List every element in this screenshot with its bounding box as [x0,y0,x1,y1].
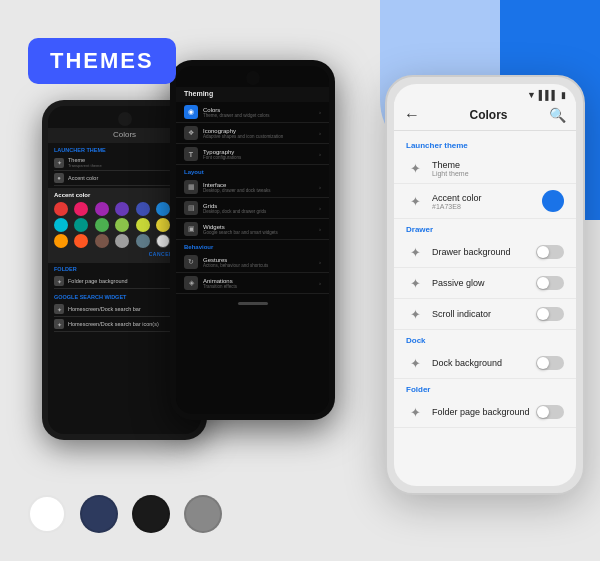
layout-label: Layout [176,165,329,177]
typography-chevron: › [319,151,321,157]
search-bar-icon: ✦ [54,304,64,314]
launcher-theme-section-label: Launcher theme [394,135,576,153]
folder-icon: ✦ [54,276,64,286]
mid-header: Theming [176,87,329,102]
phone-mid-screen: Theming ◉ Colors Theme, drawer and widge… [176,66,329,414]
accent-icon: ● [54,173,64,183]
right-scroll-content: Scroll indicator [432,309,536,319]
right-theme-content: Theme Light theme [432,160,564,177]
grids-chevron: › [319,205,321,211]
color-swatches [28,495,222,533]
phone-mid-notch [246,71,260,85]
gestures-content: Gestures Actions, behaviour and shortcut… [203,257,319,268]
iconography-icon: ❖ [184,126,198,140]
right-row-folder-bg[interactable]: ✦ Folder page background [394,397,576,428]
color-light-green[interactable] [115,218,129,232]
mid-row-animations[interactable]: ◈ Animations Transition effects › [176,273,329,294]
animations-chevron: › [319,280,321,286]
right-theme-title: Theme [432,160,564,170]
folder-title: Folder page background [68,278,181,284]
battery-icon: ▮ [561,90,566,100]
mid-row-interface[interactable]: ▦ Interface Desktop, drawer and dock twe… [176,177,329,198]
swatch-white[interactable] [28,495,66,533]
animations-sub: Transition effects [203,284,319,289]
folder-section-label: Folder [394,379,576,397]
right-dock-bg-title: Dock background [432,358,536,368]
right-passive-glow-content: Passive glow [432,278,536,288]
right-dock-bg-icon: ✦ [406,354,424,372]
dock-bg-toggle[interactable] [536,356,564,370]
mid-row-gestures[interactable]: ↻ Gestures Actions, behaviour and shortc… [176,252,329,273]
color-deep-orange[interactable] [74,234,88,248]
color-lime[interactable] [136,218,150,232]
right-row-drawer-bg[interactable]: ✦ Drawer background [394,237,576,268]
swatch-navy[interactable] [80,495,118,533]
folder-bg-toggle[interactable] [536,405,564,419]
color-blue[interactable] [156,202,170,216]
right-accent-icon: ✦ [406,192,424,210]
drawer-bg-toggle[interactable] [536,245,564,259]
iconography-chevron: › [319,130,321,136]
color-orange[interactable] [54,234,68,248]
swatch-black[interactable] [132,495,170,533]
theme-icon: ✦ [54,158,64,168]
right-drawer-bg-content: Drawer background [432,247,536,257]
color-blue-gray[interactable] [136,234,150,248]
color-pink[interactable] [74,202,88,216]
color-indigo[interactable] [136,202,150,216]
cancel-button[interactable]: CANCEL [149,251,173,257]
right-row-accent[interactable]: ✦ Accent color #1A73E8 [394,184,576,219]
app-title: THEMES [28,38,176,84]
mid-row-typography[interactable]: T Typography Font configurations › [176,144,329,165]
color-purple[interactable] [95,202,109,216]
interface-icon: ▦ [184,180,198,194]
phone-right-screen: ▼ ▌▌▌ ▮ ← Colors 🔍 Launcher theme ✦ Them… [394,84,576,486]
mid-row-iconography[interactable]: ❖ Iconography Adaptive shapes and icon c… [176,123,329,144]
right-folder-bg-title: Folder page background [432,407,536,417]
right-drawer-bg-icon: ✦ [406,243,424,261]
right-accent-title: Accent color [432,193,542,203]
color-red[interactable] [54,202,68,216]
color-white[interactable] [156,234,170,248]
scroll-indicator-toggle[interactable] [536,307,564,321]
right-row-theme[interactable]: ✦ Theme Light theme [394,153,576,184]
typography-content: Typography Font configurations [203,149,319,160]
back-button[interactable]: ← [404,106,420,124]
color-yellow[interactable] [156,218,170,232]
right-row-passive-glow[interactable]: ✦ Passive glow [394,268,576,299]
color-gray[interactable] [115,234,129,248]
right-row-dock-bg[interactable]: ✦ Dock background [394,348,576,379]
color-cyan[interactable] [54,218,68,232]
typography-icon: T [184,147,198,161]
colors-icon: ◉ [184,105,198,119]
colors-sub: Theme, drawer and widget colors [203,113,319,118]
right-row-scroll-indicator[interactable]: ✦ Scroll indicator [394,299,576,330]
right-drawer-bg-title: Drawer background [432,247,536,257]
right-scroll-icon: ✦ [406,305,424,323]
phone-mid: Theming ◉ Colors Theme, drawer and widge… [170,60,335,420]
search-button[interactable]: 🔍 [549,107,566,123]
color-green[interactable] [95,218,109,232]
right-scroll-title: Scroll indicator [432,309,536,319]
mid-row-colors[interactable]: ◉ Colors Theme, drawer and widget colors… [176,102,329,123]
interface-sub: Desktop, drawer and dock tweaks [203,188,319,193]
mid-row-widgets[interactable]: ▣ Widgets Google search bar and smart wi… [176,219,329,240]
iconography-content: Iconography Adaptive shapes and icon cus… [203,128,319,139]
color-deep-purple[interactable] [115,202,129,216]
colors-content: Colors Theme, drawer and widget colors [203,107,319,118]
swatch-gray[interactable] [184,495,222,533]
color-teal[interactable] [74,218,88,232]
passive-glow-toggle[interactable] [536,276,564,290]
widgets-icon: ▣ [184,222,198,236]
home-indicator-mid [176,294,329,305]
right-screen-title: Colors [428,108,549,122]
mid-row-grids[interactable]: ▤ Grids Desktop, dock and drawer grids › [176,198,329,219]
search-icon-title: Homescreen/Dock search bar icon(s) [68,321,181,327]
right-passive-glow-icon: ✦ [406,274,424,292]
dock-section-label: Dock [394,330,576,348]
right-dock-bg-content: Dock background [432,358,536,368]
color-brown[interactable] [95,234,109,248]
behaviour-label: Behaviour [176,240,329,252]
gestures-sub: Actions, behaviour and shortcuts [203,263,319,268]
accent-color-dot[interactable] [542,190,564,212]
